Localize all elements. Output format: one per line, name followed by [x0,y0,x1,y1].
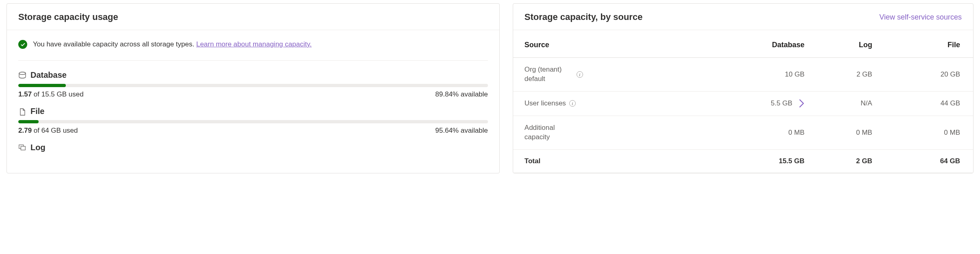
card-header: Storage capacity usage [7,4,499,30]
table-row: User licenses i 5.5 GB N/A 44 GB [513,91,973,116]
total-file: 64 GB [878,149,973,173]
card-title: Storage capacity usage [18,12,118,22]
usage-item-database: Database 1.57 of 15.5 GB used 89.84% ava… [18,70,488,99]
cell-database: 0 MB [699,116,810,149]
usage-item-log: Log [18,143,488,152]
usage-item-file: File 2.79 of 64 GB used 95.64% available [18,107,488,135]
svg-point-0 [19,72,26,74]
total-database: 15.5 GB [699,149,810,173]
source-name: Additional capacity [525,123,573,142]
available-text: 95.64% available [435,127,488,135]
col-database: Database [699,30,810,58]
total-log: 2 GB [810,149,878,173]
chevron-right-icon[interactable] [799,99,804,108]
success-check-icon [18,40,27,49]
cell-file: 0 MB [878,116,973,149]
usage-label: File [30,107,44,116]
status-message: You have available capacity across all s… [33,40,196,48]
learn-more-link[interactable]: Learn more about managing capacity. [196,40,312,48]
info-icon[interactable]: i [577,71,583,78]
col-source: Source [513,30,699,58]
available-text: 89.84% available [435,90,488,99]
cell-database: 10 GB [699,58,810,92]
storage-usage-card: Storage capacity usage You have availabl… [7,3,500,173]
cell-file: 20 GB [878,58,973,92]
table-row: Org (tenant) default i 10 GB 2 GB 20 GB [513,58,973,92]
cell-log: 2 GB [810,58,878,92]
card-body: You have available capacity across all s… [7,30,499,160]
log-icon [18,144,26,151]
used-text: 1.57 of 15.5 GB used [18,90,84,99]
col-file: File [878,30,973,58]
cell-database: 5.5 GB [771,99,792,107]
used-text: 2.79 of 64 GB used [18,127,78,135]
usage-label: Database [30,70,67,80]
progress-fill [18,84,66,87]
col-log: Log [810,30,878,58]
source-table: Source Database Log File Org (tenant) de… [513,30,973,173]
cell-log: N/A [810,91,878,116]
svg-rect-2 [21,146,25,150]
card-header: Storage capacity, by source View self-se… [513,4,973,30]
info-icon[interactable]: i [569,100,576,107]
file-icon [18,108,26,115]
progress-fill [18,120,39,123]
source-name: User licenses [525,99,566,108]
view-self-service-link[interactable]: View self-service sources [879,13,962,22]
card-title: Storage capacity, by source [525,12,643,22]
source-name: Org (tenant) default [525,65,573,84]
database-icon [18,72,26,79]
total-label: Total [513,149,699,173]
table-header-row: Source Database Log File [513,30,973,58]
cell-file: 44 GB [878,91,973,116]
table-total-row: Total 15.5 GB 2 GB 64 GB [513,149,973,173]
storage-by-source-card: Storage capacity, by source View self-se… [513,3,973,173]
progress-bar-database [18,84,488,87]
table-row: Additional capacity 0 MB 0 MB 0 MB [513,116,973,149]
status-text: You have available capacity across all s… [33,40,312,48]
progress-bar-file [18,120,488,123]
cell-log: 0 MB [810,116,878,149]
status-banner: You have available capacity across all s… [18,40,488,61]
usage-label: Log [30,143,46,152]
